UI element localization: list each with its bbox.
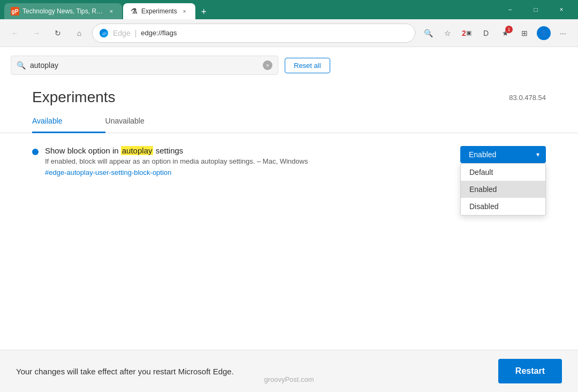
search-bar: 🔍 × Reset all bbox=[0, 47, 578, 83]
flag-indicator-dot bbox=[32, 149, 39, 155]
search-icon: 🔍 bbox=[17, 61, 26, 70]
refresh-button[interactable]: ↻ bbox=[49, 25, 66, 42]
flag-title: Show block option in autoplay settings bbox=[45, 146, 308, 155]
read-aloud-icon[interactable]: D bbox=[477, 25, 495, 42]
browser-frame: gP Technology News, Tips, Reviews... × ⚗… bbox=[0, 0, 578, 392]
experiments-page: Experiments 83.0.478.54 Available Unavai… bbox=[0, 83, 578, 350]
back-button[interactable]: ← bbox=[6, 25, 24, 42]
address-bar: ← → ↻ ⌂ Edge | edge://flags bbox=[0, 19, 578, 47]
reading-list-badge: 1 bbox=[505, 26, 513, 33]
experiments-header: Experiments 83.0.478.54 bbox=[0, 83, 578, 106]
watermark: groovyPost.com bbox=[264, 375, 314, 383]
flag-text-wrap: Show block option in autoplay settings I… bbox=[45, 146, 308, 177]
forward-button[interactable]: → bbox=[28, 25, 45, 42]
close-button[interactable]: × bbox=[549, 1, 574, 18]
menu-button[interactable]: ··· bbox=[554, 25, 572, 42]
address-pipe: | bbox=[135, 29, 137, 37]
search-input[interactable] bbox=[30, 61, 258, 70]
flag-title-before: Show block option in bbox=[45, 146, 121, 155]
profile-picture: 👤 bbox=[537, 26, 551, 40]
tab-bar: gP Technology News, Tips, Reviews... × ⚗… bbox=[4, 0, 496, 19]
dropdown-item-disabled[interactable]: Disabled bbox=[461, 198, 545, 215]
tab-favicon-groovy: gP bbox=[11, 7, 19, 16]
tab-experiments[interactable]: ⚗ Experiments × bbox=[123, 3, 195, 19]
address-url[interactable]: edge://flags bbox=[141, 29, 408, 37]
clear-search-button[interactable]: × bbox=[263, 60, 272, 70]
flag-link[interactable]: #edge-autoplay-user-setting-block-option bbox=[45, 168, 171, 176]
flag-item-autoplay: Show block option in autoplay settings I… bbox=[32, 146, 546, 183]
tab-groovy[interactable]: gP Technology News, Tips, Reviews... × bbox=[4, 3, 122, 19]
tab-label-experiments: Experiments bbox=[141, 7, 177, 15]
flag-list: Show block option in autoplay settings I… bbox=[0, 133, 578, 350]
title-bar: gP Technology News, Tips, Reviews... × ⚗… bbox=[0, 0, 578, 19]
dropdown-menu[interactable]: Default Enabled Disabled bbox=[460, 163, 546, 216]
edge-logo-icon bbox=[99, 28, 109, 38]
profile-avatar[interactable]: 👤 bbox=[535, 25, 552, 42]
tab-close-groovy[interactable]: × bbox=[107, 7, 116, 16]
tab-favicon-experiments: ⚗ bbox=[130, 7, 138, 16]
flag-dropdown-button[interactable]: Enabled bbox=[460, 146, 546, 163]
flag-title-highlight: autoplay bbox=[121, 146, 154, 155]
experiments-version: 83.0.478.54 bbox=[509, 94, 546, 102]
home-button[interactable]: ⌂ bbox=[71, 25, 88, 42]
search-input-wrap[interactable]: 🔍 × bbox=[11, 56, 278, 75]
dropdown-wrap: Enabled Default Enabled Disabled bbox=[460, 146, 546, 163]
search-toolbar-icon[interactable]: 🔍 bbox=[420, 25, 437, 42]
flag-title-after: settings bbox=[153, 146, 183, 155]
address-separator: Edge bbox=[113, 29, 131, 37]
bottom-bar: Your changes will take effect after you … bbox=[0, 350, 578, 392]
restart-message: Your changes will take effect after you … bbox=[16, 367, 234, 376]
dropdown-item-enabled[interactable]: Enabled bbox=[461, 181, 545, 198]
workspaces-icon[interactable]: ⊞ bbox=[516, 25, 533, 42]
tab-navigation: Available Unavailable bbox=[0, 110, 578, 133]
tab-label-groovy: Technology News, Tips, Reviews... bbox=[22, 7, 104, 15]
toolbar-icons: 🔍 ☆ 2 ▣ D ★ 1 ⊞ 👤 ··· bbox=[420, 25, 572, 42]
restart-button[interactable]: Restart bbox=[498, 359, 562, 383]
collections-icon[interactable]: 2 ▣ bbox=[458, 25, 475, 42]
minimize-button[interactable]: − bbox=[498, 1, 522, 18]
tab-available[interactable]: Available bbox=[32, 110, 105, 133]
flag-info: Show block option in autoplay settings I… bbox=[32, 146, 308, 177]
favorites-icon[interactable]: ☆ bbox=[439, 25, 456, 42]
reset-all-button[interactable]: Reset all bbox=[285, 58, 330, 73]
maximize-button[interactable]: □ bbox=[523, 1, 548, 18]
main-content: 🔍 × Reset all Experiments 83.0.478.54 Av… bbox=[0, 47, 578, 392]
tab-unavailable[interactable]: Unavailable bbox=[105, 110, 187, 133]
reading-list-icon[interactable]: ★ 1 bbox=[497, 25, 514, 42]
tab-close-experiments[interactable]: × bbox=[180, 7, 189, 16]
dropdown-item-default[interactable]: Default bbox=[461, 164, 545, 181]
experiments-title: Experiments bbox=[32, 89, 116, 106]
address-input-wrap[interactable]: Edge | edge://flags bbox=[92, 24, 415, 43]
flag-description: If enabled, block will appear as an opti… bbox=[45, 157, 308, 165]
window-controls: − □ × bbox=[498, 1, 574, 18]
new-tab-button[interactable]: + bbox=[196, 4, 211, 19]
